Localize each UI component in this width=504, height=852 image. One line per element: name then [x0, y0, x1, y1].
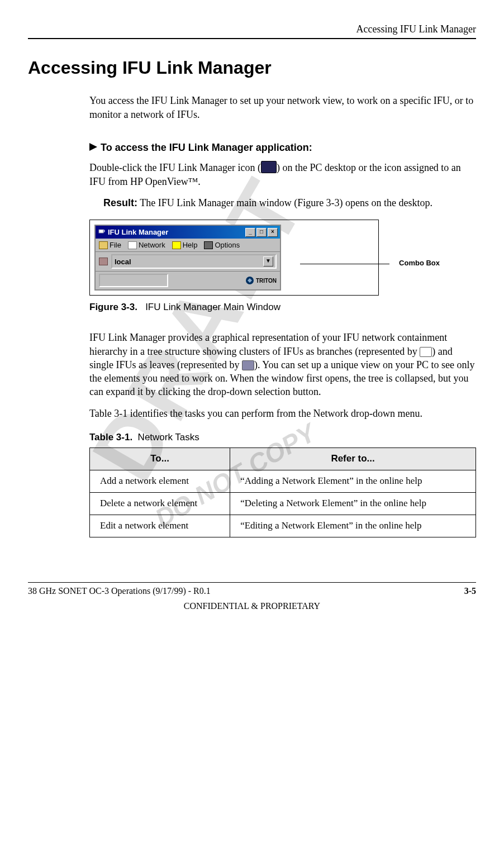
svg-rect-1 [99, 230, 103, 233]
brand-text: TRITON [256, 277, 277, 285]
col-to: To... [90, 448, 230, 470]
cell-to: Add a network element [90, 470, 230, 492]
title-bar: IFU Link Manager _ □ × [96, 226, 280, 239]
menu-options[interactable]: Options [204, 240, 240, 250]
footer: 38 GHz SONET OC-3 Operations (9/17/99) -… [28, 585, 476, 597]
cell-ref: “Adding a Network Element” in the online… [230, 470, 476, 492]
menu-help-label: Help [183, 240, 198, 250]
callout-label: Combo Box [399, 258, 440, 268]
app-window: IFU Link Manager _ □ × File Network Help… [94, 225, 281, 291]
menu-file-label: File [110, 240, 121, 250]
combo-box[interactable]: local ▼ [111, 254, 277, 269]
svg-marker-0 [89, 143, 97, 151]
screenshot-frame: IFU Link Manager _ □ × File Network Help… [89, 220, 379, 296]
options-icon [204, 241, 213, 249]
figure-caption: Figure 3-3. IFU Link Manager Main Window [89, 301, 476, 314]
cluster-icon [420, 347, 432, 357]
intro-paragraph: You access the IFU Link Manager to set u… [89, 94, 476, 121]
cell-ref: “Editing a Network Element” in the onlin… [230, 515, 476, 537]
footer-left: 38 GHz SONET OC-3 Operations (9/17/99) -… [28, 585, 211, 597]
close-button[interactable]: × [268, 228, 278, 237]
menu-options-label: Options [215, 240, 240, 250]
menu-file[interactable]: File [99, 240, 121, 250]
table-number: Table 3-1. [89, 432, 132, 442]
table-row: Delete a network element “Deleting a Net… [90, 492, 476, 515]
combo-value: local [115, 257, 131, 267]
header-rule [28, 38, 476, 39]
cell-ref: “Deleting a Network Element” in the onli… [230, 492, 476, 515]
classification: CONFIDENTIAL & PROPRIETARY [28, 600, 476, 612]
paragraph-3: Table 3-1 identifies the tasks you can p… [89, 407, 476, 420]
folder-icon [99, 241, 108, 249]
chevron-down-icon[interactable]: ▼ [263, 256, 273, 266]
result-text: The IFU Link Manager main window (Figure… [137, 197, 432, 208]
col-refer: Refer to... [230, 448, 476, 470]
result-label: Result: [103, 197, 137, 208]
table-caption: Table 3-1. Network Tasks [89, 431, 476, 444]
brand-logo: TRITON [245, 274, 277, 287]
paragraph-2: IFU Link Manager provides a graphical re… [89, 331, 476, 398]
page-number: 3-5 [464, 585, 476, 597]
procedure-heading: To access the IFU Link Manager applicati… [89, 141, 476, 154]
step-1: Double-click the IFU Link Manager icon (… [89, 161, 476, 188]
figure-caption-text: IFU Link Manager Main Window [145, 302, 280, 312]
table-row: Edit a network element “Editing a Networ… [90, 515, 476, 537]
running-header: Accessing IFU Link Manager [28, 22, 476, 36]
table-caption-text: Network Tasks [138, 432, 199, 442]
para2-a: IFU Link Manager provides a graphical re… [89, 332, 447, 356]
arrow-icon [89, 141, 97, 154]
menu-bar: File Network Help Options [96, 239, 280, 253]
ifu-desktop-icon [261, 161, 277, 173]
cell-to: Delete a network element [90, 492, 230, 515]
table-row: Add a network element “Adding a Network … [90, 470, 476, 492]
callout-line [300, 264, 389, 264]
procedure-heading-text: To access the IFU Link Manager applicati… [101, 141, 312, 154]
menu-network[interactable]: Network [128, 240, 165, 250]
minimize-button[interactable]: _ [245, 228, 255, 237]
cell-to: Edit a network element [90, 515, 230, 537]
window-title: IFU Link Manager [108, 227, 168, 237]
figure-number: Figure 3-3. [89, 302, 137, 312]
menu-network-label: Network [139, 240, 165, 250]
menu-help[interactable]: Help [172, 240, 198, 250]
network-tasks-table: To... Refer to... Add a network element … [89, 448, 476, 537]
step-1-text-a: Double-click the IFU Link Manager icon ( [89, 162, 261, 173]
page-title: Accessing IFU Link Manager [28, 56, 476, 80]
java-cup-icon [98, 227, 106, 237]
footer-rule [28, 582, 476, 583]
leaf-icon [242, 360, 254, 370]
status-bar: TRITON [96, 271, 280, 289]
briefcase-icon [99, 258, 108, 265]
status-cell [99, 274, 168, 287]
maximize-button[interactable]: □ [256, 228, 267, 237]
help-icon [172, 241, 181, 249]
result-block: Result: The IFU Link Manager main window… [103, 196, 476, 210]
network-icon [128, 241, 137, 249]
